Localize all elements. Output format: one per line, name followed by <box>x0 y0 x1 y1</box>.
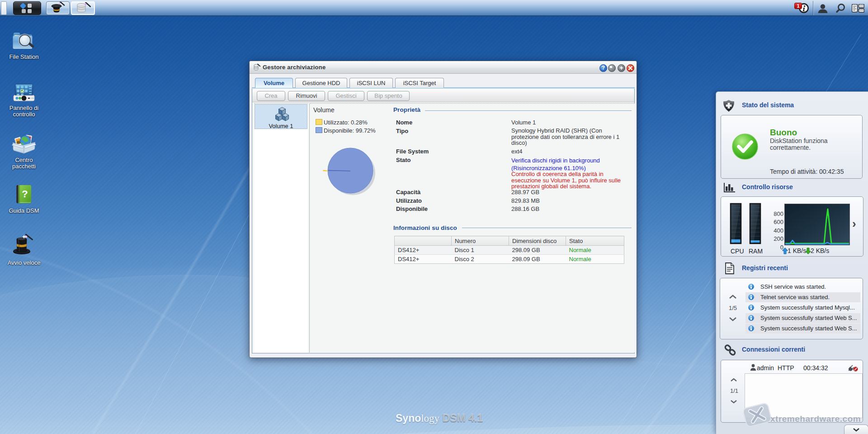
svg-text:?: ? <box>22 188 28 200</box>
